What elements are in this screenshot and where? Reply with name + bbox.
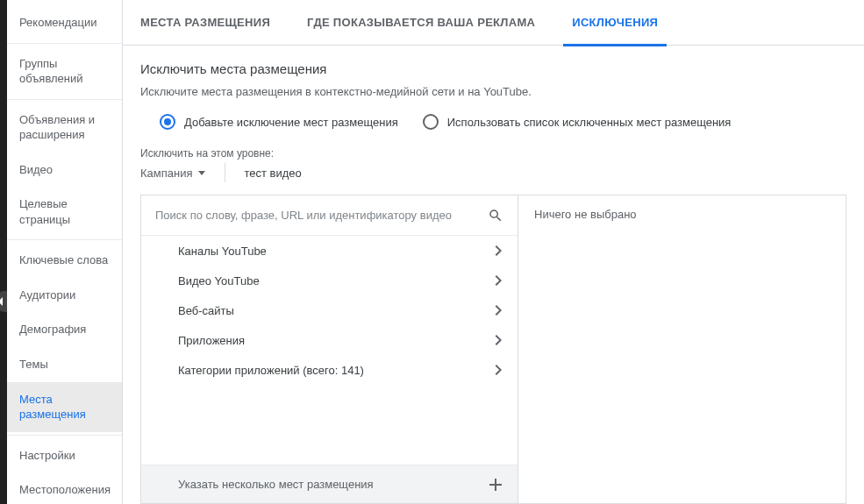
tab-exclusions[interactable]: ИСКЛЮЧЕНИЯ: [563, 0, 667, 46]
sidebar-item-recommendations[interactable]: Рекомендации: [7, 5, 122, 40]
sidebar-item-placements[interactable]: Места размещения: [7, 382, 122, 432]
plus-icon: [489, 479, 502, 491]
main-panel: МЕСТА РАЗМЕЩЕНИЯ ГДЕ ПОКАЗЫВАЕТСЯ ВАША Р…: [123, 0, 864, 504]
selected-empty-text: Ничего не выбрано: [534, 208, 637, 221]
level-row: Кампания тест видео: [140, 163, 846, 182]
placement-search-input[interactable]: [155, 209, 488, 222]
level-campaign-name: тест видео: [245, 167, 302, 180]
tabs: МЕСТА РАЗМЕЩЕНИЯ ГДЕ ПОКАЗЫВАЕТСЯ ВАША Р…: [123, 0, 864, 46]
sidebar-item-video[interactable]: Видео: [7, 153, 122, 188]
category-app-categories[interactable]: Категории приложений (всего: 141): [141, 355, 518, 385]
sidebar-item-audiences[interactable]: Аудитории: [7, 278, 122, 313]
tab-where-shown[interactable]: ГДЕ ПОКАЗЫВАЕТСЯ ВАША РЕКЛАМА: [298, 0, 544, 46]
left-rail: [0, 0, 7, 504]
tab-placements[interactable]: МЕСТА РАЗМЕЩЕНИЯ: [132, 0, 279, 46]
picker-browse-panel: Каналы YouTube Видео YouTube Веб-сайты: [141, 195, 518, 503]
category-label: Веб-сайты: [178, 304, 234, 317]
category-label: Приложения: [178, 334, 245, 347]
chevron-right-icon: [495, 365, 502, 375]
sidebar-item-ad-groups[interactable]: Группы объявлений: [7, 46, 122, 96]
sidebar-item-keywords[interactable]: Ключевые слова: [7, 243, 122, 278]
sidebar-item-locations[interactable]: Местоположения: [7, 472, 122, 504]
radio-label: Использовать список исключенных мест раз…: [447, 116, 732, 129]
radio-use-list[interactable]: Использовать список исключенных мест раз…: [423, 114, 732, 130]
selected-panel: Ничего не выбрано: [518, 195, 846, 503]
sidebar: Рекомендации Группы объявлений Объявлени…: [7, 0, 123, 504]
category-youtube-videos[interactable]: Видео YouTube: [141, 266, 518, 295]
radio-label: Добавьте исключение мест размещения: [184, 116, 398, 129]
chevron-right-icon: [495, 305, 502, 316]
level-dropdown-value: Кампания: [140, 167, 193, 180]
chevron-right-icon: [495, 245, 502, 256]
chevron-right-icon: [495, 335, 502, 345]
radio-add-exclusion[interactable]: Добавьте исключение мест размещения: [160, 114, 398, 130]
sidebar-item-topics[interactable]: Темы: [7, 347, 122, 382]
radio-icon: [423, 114, 439, 130]
level-dropdown[interactable]: Кампания: [140, 167, 205, 180]
category-list: Каналы YouTube Видео YouTube Веб-сайты: [141, 236, 518, 465]
search-icon: [488, 208, 503, 224]
radio-icon: [160, 114, 175, 130]
category-websites[interactable]: Веб-сайты: [141, 295, 518, 325]
content: Исключить места размещения Исключите мес…: [123, 46, 864, 504]
level-label: Исключить на этом уровне:: [140, 147, 846, 160]
sidebar-item-ads-extensions[interactable]: Объявления и расширения: [7, 103, 122, 153]
chevron-left-icon: [0, 297, 4, 306]
sidebar-separator: [7, 435, 122, 436]
search-row: [141, 195, 518, 236]
divider: [225, 163, 225, 182]
category-label: Каналы YouTube: [178, 245, 267, 258]
category-apps[interactable]: Приложения: [141, 325, 518, 355]
category-label: Категории приложений (всего: 141): [178, 364, 364, 377]
sidebar-separator: [7, 99, 122, 100]
chevron-right-icon: [495, 275, 502, 286]
section-title: Исключить места размещения: [140, 61, 846, 76]
sidebar-item-landing-pages[interactable]: Целевые страницы: [7, 187, 122, 237]
placement-picker: Каналы YouTube Видео YouTube Веб-сайты: [140, 195, 846, 504]
collapse-handle[interactable]: [0, 291, 7, 312]
section-description: Исключите места размещения в контекстно-…: [140, 85, 846, 98]
sidebar-separator: [7, 239, 122, 240]
bulk-add-label: Указать несколько мест размещения: [178, 478, 374, 491]
category-youtube-channels[interactable]: Каналы YouTube: [141, 236, 518, 266]
caret-down-icon: [198, 171, 205, 175]
bulk-add-row[interactable]: Указать несколько мест размещения: [141, 465, 518, 503]
radio-group: Добавьте исключение мест размещения Испо…: [140, 114, 846, 130]
sidebar-separator: [7, 43, 122, 44]
sidebar-item-demographics[interactable]: Демография: [7, 312, 122, 347]
category-label: Видео YouTube: [178, 274, 260, 287]
sidebar-item-settings[interactable]: Настройки: [7, 438, 122, 473]
